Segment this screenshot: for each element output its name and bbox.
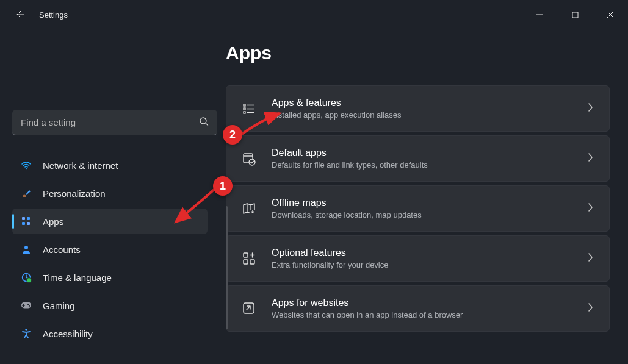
maximize-button[interactable] bbox=[557, 0, 593, 29]
card-title: Offline maps bbox=[272, 198, 587, 209]
svg-rect-23 bbox=[244, 303, 254, 313]
window-controls bbox=[522, 0, 628, 29]
card-subtitle: Defaults for file and link types, other … bbox=[272, 160, 587, 170]
sidebar-item-network[interactable]: Network & internet bbox=[12, 152, 208, 178]
svg-rect-6 bbox=[27, 222, 30, 225]
chevron-right-icon bbox=[587, 103, 593, 114]
svg-rect-21 bbox=[244, 260, 248, 264]
gamepad-icon bbox=[21, 300, 32, 311]
card-subtitle: Extra functionality for your device bbox=[272, 260, 587, 269]
svg-rect-20 bbox=[244, 253, 248, 257]
svg-rect-15 bbox=[244, 108, 245, 110]
sidebar-item-label: Personalization bbox=[43, 188, 106, 199]
svg-rect-0 bbox=[572, 12, 578, 18]
arrow-left-icon bbox=[15, 10, 24, 20]
search-box[interactable] bbox=[12, 110, 217, 135]
sidebar-item-label: Network & internet bbox=[43, 160, 118, 171]
sidebar-nav: Network & internet Personalization Apps … bbox=[12, 152, 208, 346]
accessibility-icon bbox=[21, 328, 32, 339]
page-title: Apps bbox=[226, 43, 610, 63]
back-button[interactable] bbox=[11, 6, 28, 23]
card-offline-maps[interactable]: Offline maps Downloads, storage location… bbox=[226, 185, 610, 232]
titlebar: Settings bbox=[0, 0, 628, 29]
optional-features-icon bbox=[240, 249, 258, 268]
sidebar-item-gaming[interactable]: Gaming bbox=[12, 293, 208, 318]
annotation-marker-1: 1 bbox=[213, 176, 233, 196]
card-title: Apps for websites bbox=[272, 298, 587, 309]
svg-point-7 bbox=[24, 246, 28, 249]
card-title: Apps & features bbox=[272, 98, 587, 109]
chevron-right-icon bbox=[587, 203, 593, 214]
card-title: Default apps bbox=[272, 148, 587, 159]
apps-icon bbox=[21, 216, 32, 227]
window-title: Settings bbox=[39, 10, 68, 20]
sidebar-item-label: Time & language bbox=[43, 273, 112, 283]
svg-point-11 bbox=[27, 304, 29, 305]
annotation-marker-2: 2 bbox=[223, 125, 242, 145]
close-button[interactable] bbox=[593, 0, 628, 29]
card-subtitle: Websites that can open in an app instead… bbox=[272, 310, 587, 319]
default-apps-icon bbox=[240, 149, 258, 168]
svg-rect-5 bbox=[22, 222, 25, 225]
svg-rect-22 bbox=[250, 260, 254, 264]
sidebar-item-label: Accounts bbox=[43, 244, 81, 255]
svg-rect-3 bbox=[22, 217, 25, 220]
card-optional-features[interactable]: Optional features Extra functionality fo… bbox=[226, 235, 610, 282]
annotation-arrow-2 bbox=[239, 112, 284, 138]
brush-icon bbox=[21, 188, 32, 199]
sidebar-item-label: Apps bbox=[43, 216, 63, 227]
svg-point-9 bbox=[27, 278, 32, 283]
svg-point-1 bbox=[200, 118, 206, 124]
card-default-apps[interactable]: Default apps Defaults for file and link … bbox=[226, 135, 610, 182]
clock-icon bbox=[21, 272, 32, 283]
chevron-right-icon bbox=[587, 153, 593, 164]
card-title: Optional features bbox=[272, 248, 587, 259]
person-icon bbox=[21, 244, 32, 255]
search-icon bbox=[199, 116, 209, 129]
svg-point-2 bbox=[26, 168, 27, 169]
page-body: Network & internet Personalization Apps … bbox=[0, 29, 628, 364]
sidebar-item-accounts[interactable]: Accounts bbox=[12, 237, 208, 262]
sidebar-item-label: Gaming bbox=[43, 301, 75, 311]
chevron-right-icon bbox=[587, 303, 593, 314]
svg-point-13 bbox=[25, 329, 27, 331]
card-subtitle: Installed apps, app execution aliases bbox=[272, 110, 587, 120]
sidebar-item-label: Accessibility bbox=[43, 329, 93, 339]
sidebar-item-accessibility[interactable]: Accessibility bbox=[12, 321, 208, 346]
svg-point-12 bbox=[29, 305, 30, 307]
svg-rect-4 bbox=[27, 217, 30, 220]
wifi-icon bbox=[21, 160, 32, 171]
minimize-button[interactable] bbox=[522, 0, 557, 29]
card-subtitle: Downloads, storage location, map updates bbox=[272, 210, 587, 219]
sidebar-item-time-language[interactable]: Time & language bbox=[12, 265, 208, 290]
chevron-right-icon bbox=[587, 253, 593, 264]
search-input[interactable] bbox=[12, 110, 217, 135]
open-web-icon bbox=[240, 299, 258, 318]
content-area: Apps Apps & features Installed apps, app… bbox=[220, 29, 628, 364]
svg-rect-14 bbox=[244, 104, 245, 106]
card-apps-for-websites[interactable]: Apps for websites Websites that can open… bbox=[226, 285, 610, 332]
map-icon bbox=[240, 199, 258, 218]
